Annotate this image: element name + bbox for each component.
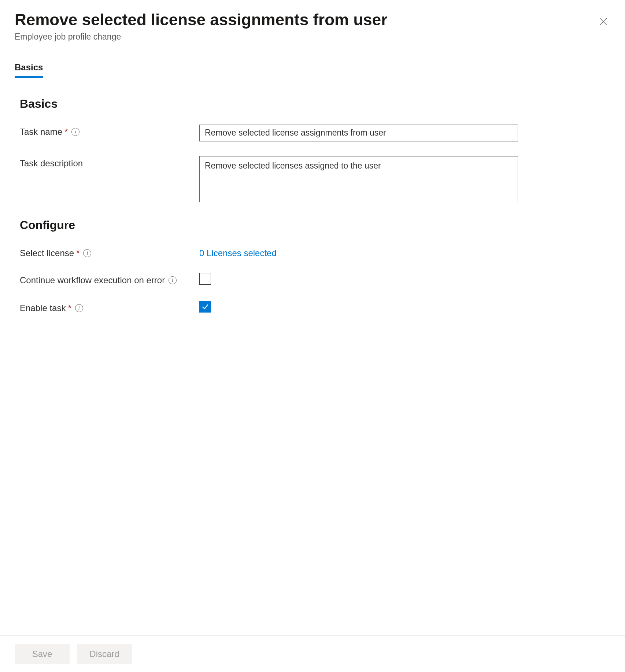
enable-task-label: Enable task [20,303,66,313]
checkmark-icon [201,303,209,311]
panel-subtitle: Employee job profile change [15,32,387,42]
select-license-label: Select license [20,248,74,258]
tab-basics[interactable]: Basics [15,62,43,78]
required-star: * [64,127,68,137]
info-icon[interactable]: i [169,276,177,284]
section-configure-title: Configure [20,218,610,232]
info-icon[interactable]: i [83,249,91,257]
required-star: * [76,248,79,258]
task-description-label: Task description [20,158,83,169]
continue-on-error-label: Continue workflow execution on error [20,275,165,285]
task-description-input[interactable]: Remove selected licenses assigned to the… [199,156,518,202]
task-name-input[interactable] [199,125,518,141]
save-button[interactable]: Save [15,644,70,664]
section-basics-title: Basics [20,97,610,111]
task-name-label: Task name [20,127,62,137]
close-button[interactable] [595,13,612,31]
panel-title: Remove selected license assignments from… [15,10,387,30]
select-license-link[interactable]: 0 Licenses selected [199,248,277,258]
info-icon[interactable]: i [75,304,83,312]
info-icon[interactable]: i [71,128,79,136]
required-star: * [68,303,71,313]
continue-on-error-checkbox[interactable] [199,273,211,285]
close-icon [599,17,608,26]
discard-button[interactable]: Discard [77,644,132,664]
enable-task-checkbox[interactable] [199,301,211,313]
